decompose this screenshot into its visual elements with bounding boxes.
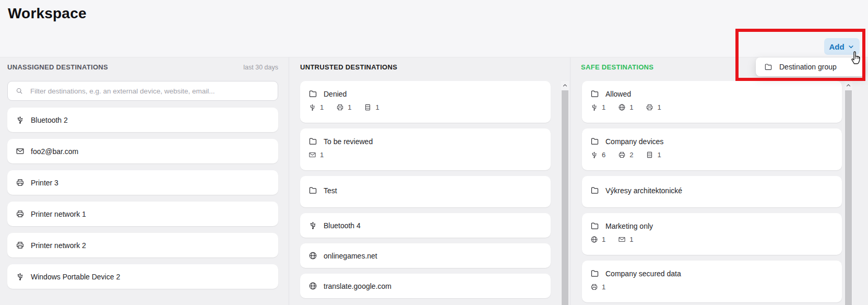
- menu-item-label: Destination group: [779, 63, 837, 71]
- destination-card[interactable]: Bluetooth 2: [7, 108, 278, 132]
- safe-destination-list: Allowed111Company devices621Výkresy arch…: [582, 81, 842, 302]
- group-title-row: Denied: [308, 89, 542, 98]
- folder-icon: [590, 89, 599, 98]
- printer-icon: [16, 178, 25, 187]
- folder-icon: [590, 186, 599, 195]
- destination-card[interactable]: Printer 3: [7, 170, 278, 195]
- printer-icon: [16, 241, 25, 250]
- unassigned-header-row: UNASSIGNED DESTINATIONS last 30 days: [7, 63, 278, 71]
- destination-card[interactable]: Bluetooth 4: [300, 213, 551, 238]
- folder-icon: [308, 89, 317, 98]
- stat-count: 1: [348, 103, 351, 111]
- unassigned-column-header: UNASSIGNED DESTINATIONS: [7, 63, 108, 71]
- group-label: Test: [324, 186, 337, 195]
- folder-icon: [590, 221, 599, 230]
- destination-group-card[interactable]: Test: [300, 176, 551, 207]
- scrollbar-thumb[interactable]: [845, 90, 852, 305]
- printer-icon: [646, 103, 653, 111]
- email-icon: [308, 151, 316, 159]
- stat-printer: 1: [336, 103, 351, 111]
- destination-card[interactable]: foo2@bar.com: [7, 139, 278, 163]
- scrollbar-thumb[interactable]: [562, 90, 568, 305]
- destination-card[interactable]: translate.google.com: [300, 274, 551, 298]
- stat-usb: 1: [308, 103, 324, 111]
- destination-group-card[interactable]: Company devices621: [582, 128, 842, 170]
- search-input[interactable]: [29, 87, 270, 96]
- column-divider: [289, 57, 289, 305]
- period-note: last 30 days: [243, 64, 278, 71]
- printer-icon: [590, 283, 598, 291]
- destination-card[interactable]: Printer network 1: [7, 202, 278, 226]
- group-label: Denied: [324, 90, 347, 98]
- destination-card[interactable]: Printer network 2: [7, 233, 278, 257]
- untrusted-scrollbar[interactable]: [561, 81, 569, 305]
- group-label: Company secured data: [605, 269, 681, 278]
- stat-count: 1: [320, 151, 324, 159]
- email-icon: [16, 147, 25, 156]
- stat-usb: 6: [590, 151, 605, 159]
- globe-icon: [308, 251, 317, 260]
- stat-usb: 1: [590, 103, 605, 111]
- destination-filter[interactable]: [7, 81, 278, 101]
- stat-printer: 1: [590, 283, 605, 291]
- group-label: Allowed: [605, 90, 631, 98]
- destination-group-card[interactable]: Denied111: [300, 81, 551, 123]
- destination-group-card[interactable]: Marketing only11: [582, 213, 842, 255]
- group-title-row: Marketing only: [590, 221, 834, 230]
- stat-share: 1: [646, 151, 661, 159]
- group-title-row: Company secured data: [590, 269, 834, 278]
- destination-group-card[interactable]: Výkresy architektonické: [582, 176, 842, 207]
- stat-printer: 2: [618, 151, 633, 159]
- stat-count: 1: [375, 103, 379, 111]
- destination-label: Printer network 2: [31, 241, 86, 250]
- stat-count: 1: [629, 236, 633, 243]
- destination-group-card[interactable]: Allowed111: [582, 81, 842, 123]
- printer-icon: [16, 209, 25, 218]
- stat-globe: 1: [590, 236, 605, 243]
- group-title-row: Allowed: [590, 89, 834, 98]
- stat-count: 1: [657, 103, 661, 111]
- stat-count: 1: [602, 103, 605, 111]
- destination-group-card[interactable]: To be reviewed1: [300, 128, 551, 170]
- destination-card[interactable]: Windows Portable Device 2: [7, 264, 278, 289]
- stat-count: 1: [320, 103, 324, 111]
- group-label: Company devices: [605, 137, 663, 146]
- page-title: Workspace: [8, 5, 87, 22]
- group-stats-row: 111: [308, 103, 542, 111]
- folder-icon: [764, 63, 772, 71]
- scroll-up-button[interactable]: [561, 81, 569, 90]
- chevron-up-icon: [562, 83, 568, 88]
- destination-label: Printer 3: [31, 179, 58, 187]
- group-title-row: Výkresy architektonické: [590, 186, 834, 195]
- stat-count: 6: [602, 151, 605, 159]
- safe-column-header: SAFE DESTINATIONS: [581, 63, 653, 71]
- untrusted-destination-list: Denied111To be reviewed1TestBluetooth 4o…: [300, 81, 551, 298]
- destination-label: onlinegames.net: [324, 252, 377, 260]
- chevron-up-icon: [846, 83, 851, 88]
- stat-count: 1: [657, 151, 661, 159]
- destination-card[interactable]: onlinegames.net: [300, 243, 551, 268]
- usb-icon: [590, 103, 598, 111]
- usb-icon: [590, 151, 598, 159]
- stat-share: 1: [364, 103, 379, 111]
- menu-item-destination-group[interactable]: Destination group: [756, 57, 865, 76]
- add-button[interactable]: Add: [824, 38, 860, 55]
- group-stats-row: 621: [590, 151, 834, 159]
- share-icon: [646, 151, 653, 159]
- workspace-screen: Workspace UNASSIGNED DESTINATIONS last 3…: [0, 0, 868, 305]
- group-label: Marketing only: [605, 222, 653, 230]
- destination-label: foo2@bar.com: [31, 147, 78, 156]
- folder-icon: [590, 137, 599, 146]
- stat-email: 1: [308, 151, 324, 159]
- page-header-band: [0, 0, 868, 57]
- destination-group-card[interactable]: Company secured data1: [582, 261, 842, 302]
- scroll-up-button[interactable]: [845, 81, 852, 90]
- folder-icon: [308, 137, 317, 146]
- globe-icon: [308, 281, 317, 290]
- share-icon: [364, 103, 372, 111]
- group-label: Výkresy architektonické: [605, 186, 682, 195]
- stat-globe: 1: [618, 103, 633, 111]
- usb-icon: [308, 221, 317, 230]
- safe-scrollbar[interactable]: [845, 81, 852, 305]
- usb-icon: [308, 103, 316, 111]
